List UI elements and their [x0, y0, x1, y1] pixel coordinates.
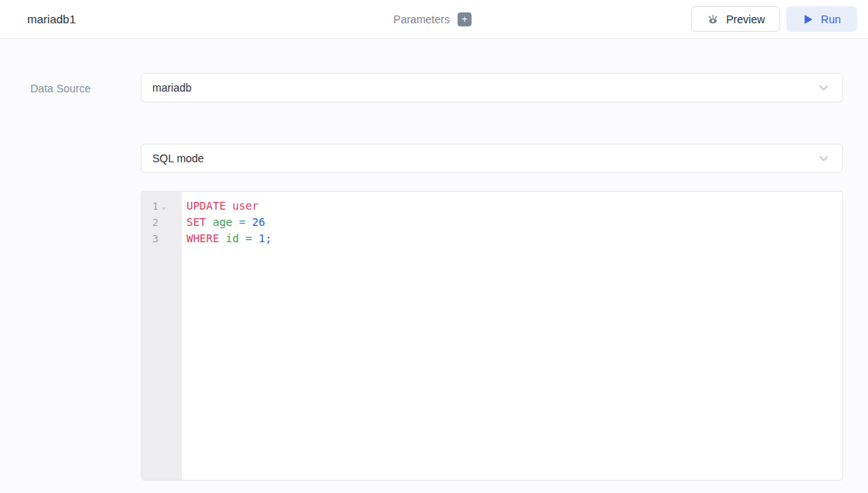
data-source-label: Data Source — [30, 82, 91, 95]
line-number: 2 — [141, 214, 182, 231]
chevron-down-icon — [817, 152, 830, 165]
chevron-down-icon — [817, 82, 830, 94]
fold-icon[interactable]: ⌄ — [162, 203, 166, 210]
preview-label: Preview — [727, 13, 765, 26]
code-line: UPDATE user — [186, 198, 842, 214]
header-actions: Preview Run — [691, 6, 857, 32]
query-mode-value: SQL mode — [152, 152, 204, 165]
code-line: WHERE id = 1; — [186, 231, 842, 247]
code-line: SET age = 26 — [186, 214, 842, 231]
query-mode-select[interactable]: SQL mode — [141, 144, 843, 173]
page-title: mariadb1 — [27, 12, 76, 26]
add-parameter-button[interactable]: + — [458, 12, 472, 26]
plus-icon: + — [462, 13, 468, 26]
editor-gutter: 1⌄23 — [141, 192, 182, 480]
data-source-value: mariadb — [152, 82, 192, 94]
line-number: 3 — [141, 231, 182, 247]
line-number: 1⌄ — [141, 198, 182, 214]
parameters-label: Parameters — [393, 13, 449, 26]
sql-editor[interactable]: 1⌄23 UPDATE userSET age = 26WHERE id = 1… — [141, 191, 843, 481]
app-root: mariadb1 Parameters + Preview — [0, 0, 868, 493]
eye-icon — [706, 12, 720, 26]
run-button[interactable]: Run — [786, 6, 857, 32]
data-source-select[interactable]: mariadb — [141, 73, 843, 102]
run-label: Run — [821, 13, 841, 26]
play-icon — [803, 14, 814, 25]
editor-code-area[interactable]: UPDATE userSET age = 26WHERE id = 1; — [182, 192, 842, 480]
parameters-group: Parameters + — [393, 0, 471, 39]
preview-button[interactable]: Preview — [691, 6, 781, 32]
top-bar: mariadb1 Parameters + Preview — [0, 0, 868, 39]
